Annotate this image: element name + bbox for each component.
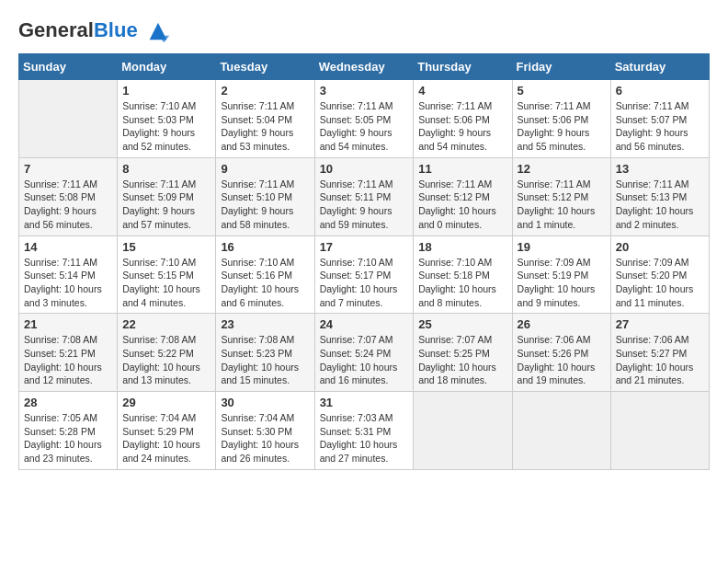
day-cell: 26Sunrise: 7:06 AM Sunset: 5:26 PM Dayli… bbox=[512, 314, 610, 392]
day-number: 28 bbox=[24, 396, 112, 409]
day-number: 17 bbox=[320, 240, 409, 254]
day-number: 13 bbox=[616, 162, 704, 176]
day-number: 18 bbox=[418, 240, 506, 254]
logo-icon bbox=[145, 18, 171, 44]
day-cell: 23Sunrise: 7:08 AM Sunset: 5:23 PM Dayli… bbox=[216, 314, 314, 392]
day-content: Sunrise: 7:06 AM Sunset: 5:26 PM Dayligh… bbox=[518, 333, 606, 387]
day-content: Sunrise: 7:07 AM Sunset: 5:25 PM Dayligh… bbox=[418, 333, 506, 387]
logo: GeneralBlue bbox=[18, 18, 171, 44]
day-content: Sunrise: 7:05 AM Sunset: 5:28 PM Dayligh… bbox=[24, 411, 112, 465]
col-header-thursday: Thursday bbox=[414, 54, 512, 80]
day-content: Sunrise: 7:11 AM Sunset: 5:12 PM Dayligh… bbox=[518, 178, 606, 232]
day-cell: 2Sunrise: 7:11 AM Sunset: 5:04 PM Daylig… bbox=[216, 80, 314, 158]
day-content: Sunrise: 7:04 AM Sunset: 5:30 PM Dayligh… bbox=[221, 411, 309, 465]
day-cell: 6Sunrise: 7:11 AM Sunset: 5:07 PM Daylig… bbox=[610, 80, 709, 158]
col-header-tuesday: Tuesday bbox=[216, 54, 314, 80]
day-cell: 14Sunrise: 7:11 AM Sunset: 5:14 PM Dayli… bbox=[19, 236, 118, 314]
calendar-body: 1Sunrise: 7:10 AM Sunset: 5:03 PM Daylig… bbox=[19, 80, 710, 470]
day-content: Sunrise: 7:11 AM Sunset: 5:05 PM Dayligh… bbox=[320, 99, 409, 154]
day-content: Sunrise: 7:11 AM Sunset: 5:13 PM Dayligh… bbox=[616, 178, 704, 232]
calendar-header: SundayMondayTuesdayWednesdayThursdayFrid… bbox=[19, 54, 710, 80]
day-number: 31 bbox=[320, 396, 409, 409]
day-content: Sunrise: 7:11 AM Sunset: 5:14 PM Dayligh… bbox=[24, 256, 112, 310]
day-number: 6 bbox=[616, 84, 704, 98]
day-cell: 5Sunrise: 7:11 AM Sunset: 5:06 PM Daylig… bbox=[512, 80, 610, 158]
day-cell: 27Sunrise: 7:06 AM Sunset: 5:27 PM Dayli… bbox=[610, 314, 709, 392]
col-header-monday: Monday bbox=[118, 54, 216, 80]
day-content: Sunrise: 7:11 AM Sunset: 5:04 PM Dayligh… bbox=[221, 99, 309, 154]
day-cell: 7Sunrise: 7:11 AM Sunset: 5:08 PM Daylig… bbox=[19, 157, 118, 236]
col-header-wednesday: Wednesday bbox=[314, 54, 414, 80]
day-number: 1 bbox=[122, 84, 210, 98]
day-cell: 28Sunrise: 7:05 AM Sunset: 5:28 PM Dayli… bbox=[19, 392, 118, 470]
day-number: 24 bbox=[320, 317, 409, 331]
day-content: Sunrise: 7:09 AM Sunset: 5:19 PM Dayligh… bbox=[518, 256, 606, 310]
page-header: GeneralBlue bbox=[18, 18, 710, 44]
day-number: 10 bbox=[320, 162, 409, 176]
day-cell: 24Sunrise: 7:07 AM Sunset: 5:24 PM Dayli… bbox=[314, 314, 414, 392]
day-content: Sunrise: 7:10 AM Sunset: 5:17 PM Dayligh… bbox=[320, 256, 409, 310]
day-content: Sunrise: 7:10 AM Sunset: 5:15 PM Dayligh… bbox=[122, 256, 210, 310]
day-cell: 19Sunrise: 7:09 AM Sunset: 5:19 PM Dayli… bbox=[512, 236, 610, 314]
day-content: Sunrise: 7:11 AM Sunset: 5:07 PM Dayligh… bbox=[616, 99, 704, 154]
day-cell: 17Sunrise: 7:10 AM Sunset: 5:17 PM Dayli… bbox=[314, 236, 414, 314]
calendar-table: SundayMondayTuesdayWednesdayThursdayFrid… bbox=[18, 53, 710, 470]
day-cell bbox=[512, 392, 610, 470]
day-content: Sunrise: 7:08 AM Sunset: 5:22 PM Dayligh… bbox=[122, 333, 210, 387]
day-content: Sunrise: 7:03 AM Sunset: 5:31 PM Dayligh… bbox=[320, 411, 409, 465]
day-content: Sunrise: 7:10 AM Sunset: 5:03 PM Dayligh… bbox=[122, 99, 210, 154]
day-cell: 8Sunrise: 7:11 AM Sunset: 5:09 PM Daylig… bbox=[118, 157, 216, 236]
day-number: 30 bbox=[221, 396, 309, 409]
week-row-2: 7Sunrise: 7:11 AM Sunset: 5:08 PM Daylig… bbox=[19, 157, 710, 236]
day-number: 20 bbox=[616, 240, 704, 254]
day-content: Sunrise: 7:08 AM Sunset: 5:23 PM Dayligh… bbox=[221, 333, 309, 387]
day-cell: 29Sunrise: 7:04 AM Sunset: 5:29 PM Dayli… bbox=[118, 392, 216, 470]
day-number: 14 bbox=[24, 240, 112, 254]
day-cell: 16Sunrise: 7:10 AM Sunset: 5:16 PM Dayli… bbox=[216, 236, 314, 314]
day-number: 7 bbox=[24, 162, 112, 176]
day-cell: 4Sunrise: 7:11 AM Sunset: 5:06 PM Daylig… bbox=[414, 80, 512, 158]
day-number: 5 bbox=[518, 84, 606, 98]
day-cell bbox=[19, 80, 118, 158]
day-content: Sunrise: 7:11 AM Sunset: 5:06 PM Dayligh… bbox=[418, 99, 506, 154]
col-header-friday: Friday bbox=[512, 54, 610, 80]
day-number: 12 bbox=[518, 162, 606, 176]
day-number: 3 bbox=[320, 84, 409, 98]
day-content: Sunrise: 7:07 AM Sunset: 5:24 PM Dayligh… bbox=[320, 333, 409, 387]
day-content: Sunrise: 7:10 AM Sunset: 5:18 PM Dayligh… bbox=[418, 256, 506, 310]
day-number: 21 bbox=[24, 317, 112, 331]
day-number: 23 bbox=[221, 317, 309, 331]
day-content: Sunrise: 7:11 AM Sunset: 5:12 PM Dayligh… bbox=[418, 178, 506, 232]
day-cell: 18Sunrise: 7:10 AM Sunset: 5:18 PM Dayli… bbox=[414, 236, 512, 314]
day-cell: 10Sunrise: 7:11 AM Sunset: 5:11 PM Dayli… bbox=[314, 157, 414, 236]
day-number: 9 bbox=[221, 162, 309, 176]
day-content: Sunrise: 7:11 AM Sunset: 5:06 PM Dayligh… bbox=[518, 99, 606, 154]
day-cell: 1Sunrise: 7:10 AM Sunset: 5:03 PM Daylig… bbox=[118, 80, 216, 158]
day-number: 8 bbox=[122, 162, 210, 176]
week-row-4: 21Sunrise: 7:08 AM Sunset: 5:21 PM Dayli… bbox=[19, 314, 710, 392]
day-number: 25 bbox=[418, 317, 506, 331]
day-cell: 22Sunrise: 7:08 AM Sunset: 5:22 PM Dayli… bbox=[118, 314, 216, 392]
day-cell bbox=[610, 392, 709, 470]
day-number: 16 bbox=[221, 240, 309, 254]
day-number: 26 bbox=[518, 317, 606, 331]
day-content: Sunrise: 7:11 AM Sunset: 5:10 PM Dayligh… bbox=[221, 178, 309, 232]
day-cell: 20Sunrise: 7:09 AM Sunset: 5:20 PM Dayli… bbox=[610, 236, 709, 314]
day-number: 4 bbox=[418, 84, 506, 98]
day-content: Sunrise: 7:11 AM Sunset: 5:08 PM Dayligh… bbox=[24, 178, 112, 232]
week-row-5: 28Sunrise: 7:05 AM Sunset: 5:28 PM Dayli… bbox=[19, 392, 710, 470]
day-number: 11 bbox=[418, 162, 506, 176]
day-cell: 31Sunrise: 7:03 AM Sunset: 5:31 PM Dayli… bbox=[314, 392, 414, 470]
day-content: Sunrise: 7:06 AM Sunset: 5:27 PM Dayligh… bbox=[616, 333, 704, 387]
logo-text: GeneralBlue bbox=[18, 18, 171, 44]
day-cell: 9Sunrise: 7:11 AM Sunset: 5:10 PM Daylig… bbox=[216, 157, 314, 236]
week-row-1: 1Sunrise: 7:10 AM Sunset: 5:03 PM Daylig… bbox=[19, 80, 710, 158]
day-number: 19 bbox=[518, 240, 606, 254]
day-number: 15 bbox=[122, 240, 210, 254]
day-cell: 13Sunrise: 7:11 AM Sunset: 5:13 PM Dayli… bbox=[610, 157, 709, 236]
day-content: Sunrise: 7:04 AM Sunset: 5:29 PM Dayligh… bbox=[122, 411, 210, 465]
day-number: 27 bbox=[616, 317, 704, 331]
day-content: Sunrise: 7:11 AM Sunset: 5:09 PM Dayligh… bbox=[122, 178, 210, 232]
day-content: Sunrise: 7:09 AM Sunset: 5:20 PM Dayligh… bbox=[616, 256, 704, 310]
day-content: Sunrise: 7:11 AM Sunset: 5:11 PM Dayligh… bbox=[320, 178, 409, 232]
